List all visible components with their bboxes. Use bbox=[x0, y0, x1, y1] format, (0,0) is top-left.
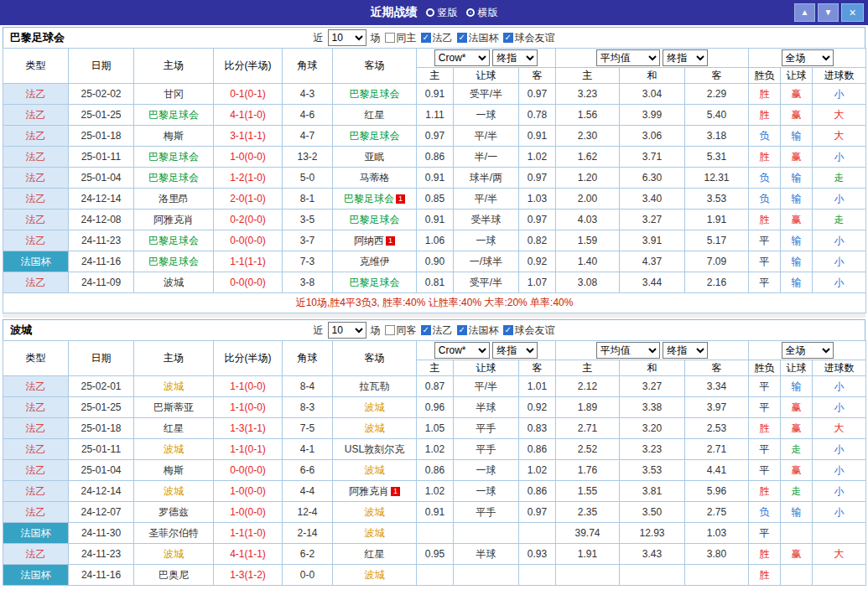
team-link[interactable]: 马蒂格 bbox=[360, 172, 390, 184]
final-odds-select[interactable]: 终指 bbox=[492, 49, 538, 66]
team-link[interactable]: 红星 bbox=[164, 422, 184, 434]
team-link[interactable]: 波城 bbox=[365, 506, 385, 518]
score-link[interactable]: 1-1(1-1) bbox=[230, 256, 266, 267]
team-link[interactable]: 阿雅克肖 bbox=[153, 214, 194, 225]
team-link[interactable]: 梅斯 bbox=[164, 130, 184, 142]
same-home-checkbox[interactable] bbox=[385, 33, 395, 43]
same-away-checkbox[interactable] bbox=[385, 325, 395, 335]
score-link[interactable]: 1-0(0-0) bbox=[230, 151, 266, 163]
score-link[interactable]: 1-1(0-0) bbox=[230, 401, 266, 413]
league-filter-checkbox-ligue2[interactable] bbox=[421, 325, 431, 335]
vertical-layout-radio[interactable] bbox=[426, 8, 434, 17]
score-link[interactable]: 0-1(0-1) bbox=[230, 88, 266, 100]
team-link[interactable]: 巴黎足球会 bbox=[350, 88, 400, 100]
avg-odds-cell: 2.12 bbox=[556, 376, 620, 397]
team-link[interactable]: 巴黎足球会 bbox=[350, 130, 400, 142]
bookmaker-select[interactable]: Crow* bbox=[434, 342, 490, 359]
team-link[interactable]: 圣菲尔伯特 bbox=[148, 527, 199, 539]
team-link[interactable]: 波城 bbox=[365, 401, 385, 413]
score-link[interactable]: 1-3(1-2) bbox=[230, 569, 266, 581]
matches-count-select[interactable]: 10 bbox=[328, 29, 366, 46]
team-link[interactable]: 巴黎足球会 bbox=[148, 256, 199, 267]
col-header-away: 客场 bbox=[333, 341, 417, 376]
score-link[interactable]: 1-1(0-0) bbox=[230, 380, 266, 392]
team-link[interactable]: 阿雅克肖 bbox=[349, 485, 389, 497]
team-link[interactable]: 梅斯 bbox=[164, 464, 184, 476]
team-link[interactable]: 波城 bbox=[365, 422, 385, 434]
team-link[interactable]: 巴奥尼 bbox=[159, 569, 189, 581]
full-match-select[interactable]: 全场 bbox=[782, 49, 834, 66]
team-link[interactable]: 亚眠 bbox=[365, 151, 385, 163]
odds-cell: 0.97 bbox=[519, 168, 556, 189]
score-link[interactable]: 0-0(0-0) bbox=[230, 464, 266, 476]
full-match-select[interactable]: 全场 bbox=[782, 342, 834, 359]
date-cell: 25-01-25 bbox=[69, 397, 134, 418]
horizontal-layout-radio[interactable] bbox=[466, 8, 475, 17]
team-link[interactable]: 波城 bbox=[164, 277, 184, 288]
team-link[interactable]: 红星 bbox=[365, 109, 385, 121]
scroll-down-button[interactable]: ▼ bbox=[818, 3, 839, 22]
result-cell: 小 bbox=[813, 397, 866, 418]
sub-header-away-odds: 客 bbox=[519, 360, 556, 376]
sub-header-outcome: 胜负 bbox=[749, 360, 781, 376]
score-link[interactable]: 1-1(0-1) bbox=[230, 443, 266, 455]
matches-table: 类型 日期 主场 比分(半场) 角球 客场 Crow* 终指 平均值 终指 全场 bbox=[3, 340, 866, 586]
team-link[interactable]: 巴黎足球会 bbox=[148, 172, 199, 184]
home-team-cell: 梅斯 bbox=[134, 460, 214, 481]
bookmaker-select[interactable]: Crow* bbox=[434, 49, 490, 66]
matches-count-select[interactable]: 10 bbox=[328, 322, 366, 339]
team-link[interactable]: 巴斯蒂亚 bbox=[153, 401, 194, 413]
team-link[interactable]: 巴黎足球会 bbox=[344, 193, 394, 204]
league-filter-checkbox-cup[interactable] bbox=[457, 325, 467, 335]
team-link[interactable]: 拉瓦勒 bbox=[360, 380, 390, 392]
team-link[interactable]: 波城 bbox=[365, 527, 385, 539]
team-link[interactable]: 红星 bbox=[365, 548, 385, 560]
team-link[interactable]: 巴黎足球会 bbox=[148, 235, 199, 246]
team-link[interactable]: 巴黎足球会 bbox=[350, 214, 400, 225]
team-link[interactable]: 洛里昂 bbox=[159, 193, 189, 204]
score-link[interactable]: 4-1(1-0) bbox=[230, 109, 266, 121]
final-odds-select-2[interactable]: 终指 bbox=[663, 49, 708, 66]
team-link[interactable]: 波城 bbox=[164, 380, 184, 392]
score-link[interactable]: 0-0(0-0) bbox=[230, 277, 266, 288]
avg-odds-cell: 1.20 bbox=[556, 168, 620, 189]
average-select[interactable]: 平均值 bbox=[596, 49, 660, 66]
avg-odds-cell: 1.03 bbox=[685, 523, 749, 544]
league-filter-checkbox-cup[interactable] bbox=[457, 33, 467, 43]
league-filter-checkbox-friendly[interactable] bbox=[503, 33, 513, 43]
score-link[interactable]: 1-2(1-0) bbox=[230, 172, 266, 184]
score-link[interactable]: 0-2(0-0) bbox=[230, 214, 266, 225]
close-button[interactable]: × bbox=[841, 3, 864, 22]
score-link[interactable]: 3-1(1-1) bbox=[230, 130, 266, 142]
team-link[interactable]: 波城 bbox=[365, 569, 385, 581]
filter-bar: 近 10 场 同客 法乙 法国杯 球会友谊 bbox=[314, 322, 555, 339]
score-link[interactable]: 1-0(0-0) bbox=[230, 506, 266, 518]
match-row: 法国杯24-11-30圣菲尔伯特1-1(1-0)2-14波城39.7412.93… bbox=[3, 523, 866, 544]
average-select[interactable]: 平均值 bbox=[596, 342, 660, 359]
score-link[interactable]: 0-0(0-0) bbox=[230, 235, 266, 246]
score-link[interactable]: 1-0(0-0) bbox=[230, 485, 266, 497]
team-link[interactable]: 罗德兹 bbox=[159, 506, 189, 518]
away-team-cell: 巴黎足球会 bbox=[333, 210, 417, 230]
league-filter-checkbox-friendly[interactable] bbox=[503, 325, 513, 335]
odds-cell: 平手 bbox=[454, 502, 519, 523]
team-link[interactable]: 波城 bbox=[365, 464, 385, 476]
team-link[interactable]: 波城 bbox=[164, 443, 184, 455]
final-odds-select[interactable]: 终指 bbox=[492, 342, 538, 359]
team-link[interactable]: 克维伊 bbox=[360, 256, 390, 267]
team-link[interactable]: USL敦刻尔克 bbox=[345, 443, 404, 455]
team-link[interactable]: 甘冈 bbox=[164, 88, 184, 100]
league-filter-checkbox-ligue2[interactable] bbox=[421, 33, 431, 43]
team-link[interactable]: 阿纳西 bbox=[354, 235, 384, 246]
team-link[interactable]: 巴黎足球会 bbox=[148, 109, 199, 121]
team-link[interactable]: 波城 bbox=[164, 548, 184, 560]
score-link[interactable]: 4-1(1-1) bbox=[230, 548, 266, 560]
score-link[interactable]: 2-0(1-0) bbox=[230, 193, 266, 204]
score-link[interactable]: 1-1(1-0) bbox=[230, 527, 266, 539]
scroll-up-button[interactable]: ▲ bbox=[794, 3, 815, 22]
final-odds-select-2[interactable]: 终指 bbox=[663, 342, 708, 359]
team-link[interactable]: 巴黎足球会 bbox=[350, 277, 400, 288]
score-link[interactable]: 1-3(1-1) bbox=[230, 422, 266, 434]
team-link[interactable]: 波城 bbox=[164, 485, 184, 497]
team-link[interactable]: 巴黎足球会 bbox=[148, 151, 199, 163]
